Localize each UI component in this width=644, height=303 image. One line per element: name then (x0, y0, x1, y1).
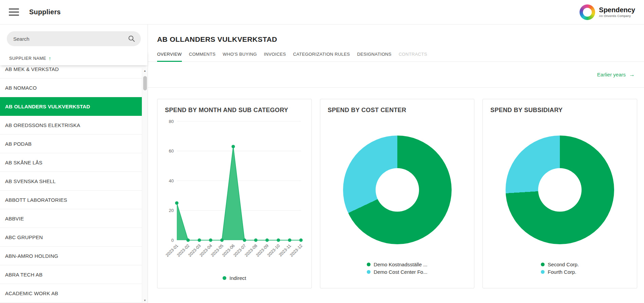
brand-name: Spendency (599, 6, 635, 14)
card-spend-by-subsidiary: SPEND BY SUBSIDIARY Second Corp.Fourth C… (482, 99, 637, 288)
legend-dot (367, 263, 371, 266)
supplier-list: AB MEK & VERKSTADAB NOMACOAB OLLANDERS V… (0, 65, 148, 303)
card-spend-by-cost-center: SPEND BY COST CENTER Demo Kostnadsställe… (320, 99, 475, 288)
donut-1[interactable] (343, 136, 452, 244)
scrollbar-thumb[interactable] (143, 76, 147, 90)
tab-designations[interactable]: DESIGNATIONS (357, 52, 391, 61)
svg-text:0: 0 (171, 238, 174, 243)
legend-label: Indirect (229, 275, 246, 281)
legend-dot (541, 263, 545, 266)
legend-item[interactable]: Indirect (223, 275, 246, 281)
scroll-up-icon[interactable]: ▲ (144, 68, 146, 73)
list-item[interactable]: AB SVENSKA SHELL (0, 172, 142, 191)
list-item[interactable]: AB SKÅNE LÅS (0, 153, 142, 172)
tab-who-s-buying[interactable]: WHO'S BUYING (223, 52, 257, 61)
toolbar-row: Earlier years → (148, 62, 644, 88)
card-title: SPEND BY COST CENTER (320, 99, 474, 114)
svg-text:2023-12: 2023-12 (289, 243, 303, 257)
legend-label: Demo Kostnadsställe ... (374, 262, 427, 267)
cards-row: SPEND BY MONTH AND SUB CATEGORY 02040608… (148, 88, 644, 288)
app-title: Suppliers (29, 8, 61, 16)
svg-text:80: 80 (169, 119, 173, 124)
list-item[interactable]: ABRA TECH AB (0, 265, 142, 284)
donut-2[interactable] (506, 136, 614, 244)
area-legend-dot (223, 276, 226, 280)
legend-item[interactable]: Fourth Corp. (541, 269, 579, 275)
svg-text:2023-10: 2023-10 (266, 243, 281, 257)
legend-dot (367, 270, 371, 274)
list-item[interactable]: AB MEK & VERKSTAD (0, 65, 142, 78)
card-title: SPEND BY MONTH AND SUB CATEGORY (157, 99, 311, 114)
earlier-years-label: Earlier years (597, 72, 626, 77)
legend-item[interactable]: Demo Kostnadsställe ... (367, 262, 427, 267)
hamburger-menu-icon[interactable] (9, 7, 19, 17)
earlier-years-link[interactable]: Earlier years → (597, 72, 635, 77)
list-item[interactable]: ACADEMIC WORK AB (0, 284, 142, 303)
list-item[interactable]: AB OREDSSONS ELEKTRISKA (0, 116, 142, 135)
brand-tagline: An Onventis Company (599, 14, 635, 18)
sort-header[interactable]: SUPPLIER NAME ↑ (0, 51, 148, 65)
legend-label: Second Corp. (548, 262, 579, 267)
supplier-list-inner: AB MEK & VERKSTADAB NOMACOAB OLLANDERS V… (0, 65, 148, 303)
sort-asc-icon[interactable]: ↑ (49, 56, 51, 61)
svg-text:60: 60 (169, 148, 173, 154)
donut-legend-2: Second Corp.Fourth Corp. (541, 260, 579, 277)
area-legend: Indirect (223, 273, 246, 283)
search-icon[interactable] (128, 35, 135, 42)
tab-comments[interactable]: COMMENTS (189, 52, 216, 61)
donut-hole (376, 168, 419, 212)
main-panel: AB OLLANDERS VULKVERKSTAD OVERVIEWCOMMEN… (148, 24, 644, 303)
donut-hole (538, 168, 582, 212)
supplier-sidebar: SUPPLIER NAME ↑ AB MEK & VERKSTADAB NOMA… (0, 24, 148, 303)
svg-text:40: 40 (169, 178, 173, 183)
area-chart-container: 0204060802023-012023-022023-032023-04202… (163, 117, 306, 272)
tab-invoices[interactable]: INVOICES (264, 52, 286, 61)
list-item[interactable]: AB NOMACO (0, 78, 142, 97)
list-item[interactable]: AB OLLANDERS VULKVERKSTAD (0, 97, 142, 116)
tab-categorization-rules[interactable]: CATEGORIZATION RULES (293, 52, 350, 61)
legend-label: Demo Cost Center Fo... (374, 269, 427, 275)
list-item[interactable]: ABC GRUPPEN (0, 228, 142, 247)
search-container (0, 24, 148, 51)
list-item[interactable]: ABN-AMRO HOLDING (0, 247, 142, 265)
list-item[interactable]: AB PODAB (0, 135, 142, 153)
list-item[interactable]: ABBOTT LABORATORIES (0, 191, 142, 209)
card-title: SPEND BY SUBSIDIARY (483, 99, 637, 114)
tab-overview[interactable]: OVERVIEW (157, 52, 182, 61)
sidebar-scrollbar[interactable]: ▲ ▼ (142, 68, 148, 303)
legend-dot (541, 270, 545, 274)
tab-contracts: CONTRACTS (399, 52, 427, 61)
spendency-ring-icon (580, 4, 595, 20)
search-input[interactable] (7, 31, 141, 46)
topbar: Suppliers Spendency An Onventis Company (0, 0, 644, 24)
legend-label: Fourth Corp. (548, 269, 576, 275)
list-item[interactable]: ABBVIE (0, 209, 142, 228)
page-title: AB OLLANDERS VULKVERKSTAD (157, 35, 644, 43)
legend-item[interactable]: Demo Cost Center Fo... (367, 269, 427, 275)
area-chart[interactable]: 0204060802023-012023-022023-032023-04202… (163, 117, 306, 271)
scroll-down-icon[interactable]: ▼ (144, 298, 146, 303)
svg-text:20: 20 (169, 208, 173, 213)
sort-label: SUPPLIER NAME (9, 56, 46, 61)
legend-item[interactable]: Second Corp. (541, 262, 579, 267)
donut-legend-1: Demo Kostnadsställe ...Demo Cost Center … (367, 260, 427, 277)
brand-logo: Spendency An Onventis Company (580, 4, 635, 20)
tabs: OVERVIEWCOMMENTSWHO'S BUYINGINVOICESCATE… (148, 52, 644, 62)
card-spend-by-month: SPEND BY MONTH AND SUB CATEGORY 02040608… (157, 99, 312, 288)
arrow-right-icon: → (629, 72, 635, 77)
